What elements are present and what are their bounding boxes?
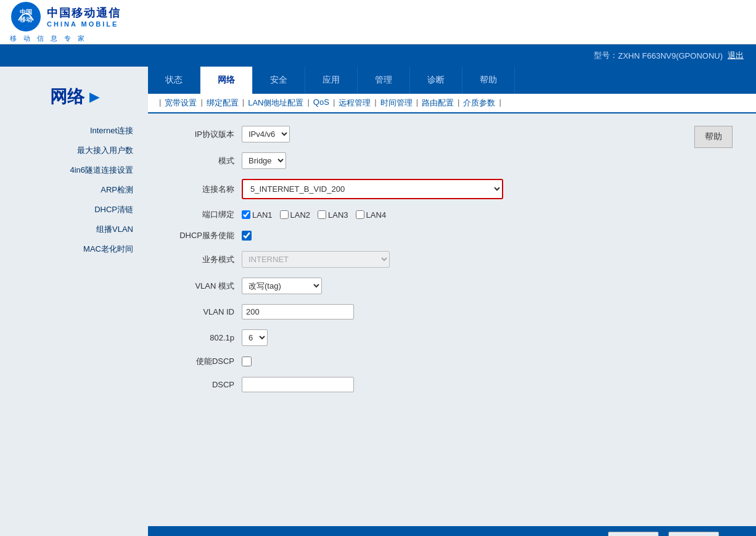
model-value: ZXHN F663NV9(GPONONU) — [618, 51, 723, 60]
connection-name-row: 连接名称 5_INTERNET_B_VID_200 — [160, 179, 684, 199]
logo-cn-text: 中国移动通信 — [47, 6, 121, 20]
sub-nav: | 宽带设置 | 绑定配置 | LAN侧地址配置 | QoS | 远程管理 | … — [148, 94, 756, 113]
service-mode-control: INTERNET — [242, 251, 390, 268]
logo-area: 中国 移动 中国移动通信 CHINA MOBILE 移 动 信 息 专 家 — [10, 1, 121, 43]
top-nav-bar: 型号： ZXHN F663NV9(GPONONU) 退出 — [0, 44, 756, 67]
dscp-input[interactable] — [242, 377, 354, 392]
vlan-id-input[interactable] — [242, 304, 354, 320]
connection-select-wrapper: 5_INTERNET_B_VID_200 — [242, 179, 503, 199]
form-area: IP协议版本 IPv4/v6 IPv4 IPv6 模式 Bridge — [148, 113, 756, 526]
sidebar-item-4in6[interactable]: 4in6隧道连接设置 — [0, 160, 148, 180]
logo-text-area: 中国移动通信 CHINA MOBILE — [47, 6, 121, 28]
ip-protocol-select[interactable]: IPv4/v6 IPv4 IPv6 — [242, 126, 290, 142]
modify-button[interactable]: 修 改 — [608, 532, 659, 536]
service-mode-label: 业务模式 — [160, 254, 234, 265]
mode-control: Bridge Route — [242, 152, 286, 169]
sidebar-item-vlan[interactable]: 组播VLAN — [0, 220, 148, 239]
port-lan2: LAN2 — [280, 210, 311, 220]
port-lan1-checkbox[interactable] — [242, 210, 250, 219]
sub-nav-lan-addr[interactable]: LAN侧地址配置 — [245, 97, 306, 109]
port-lan4: LAN4 — [356, 210, 387, 220]
connection-name-select[interactable]: 5_INTERNET_B_VID_200 — [243, 180, 502, 198]
mode-select[interactable]: Bridge Route — [242, 152, 286, 169]
port-lan3-label: LAN3 — [328, 210, 348, 220]
enable-dscp-checkbox[interactable] — [242, 357, 252, 366]
sidebar-arrow-icon: ▶ — [89, 89, 99, 104]
sub-nav-time-mgmt[interactable]: 时间管理 — [378, 97, 415, 109]
logo-top: 中国 移动 中国移动通信 CHINA MOBILE — [10, 1, 121, 33]
vlan-id-control — [242, 304, 354, 320]
sidebar-item-arp[interactable]: ARP检测 — [0, 180, 148, 200]
sidebar: 网络 ▶ Internet连接 最大接入用户数 4in6隧道连接设置 ARP检测… — [0, 67, 148, 536]
header: 中国 移动 中国移动通信 CHINA MOBILE 移 动 信 息 专 家 — [0, 0, 756, 44]
svg-text:中国: 中国 — [20, 9, 32, 15]
tab-management[interactable]: 管理 — [358, 67, 410, 94]
vlan-id-label: VLAN ID — [160, 307, 234, 316]
ip-protocol-label: IP协议版本 — [160, 129, 234, 140]
tab-status[interactable]: 状态 — [148, 67, 200, 94]
sidebar-item-internet[interactable]: Internet连接 — [0, 121, 148, 141]
logo-en-text: CHINA MOBILE — [47, 20, 121, 28]
vlan-mode-select[interactable]: 改写(tag) 透传 不处理 — [242, 278, 322, 294]
form-panel: IP协议版本 IPv4/v6 IPv4 IPv6 模式 Bridge — [160, 126, 684, 514]
sub-nav-media[interactable]: 介质参数 — [461, 97, 498, 109]
port-lan4-checkbox[interactable] — [356, 210, 364, 219]
vlan-mode-row: VLAN 模式 改写(tag) 透传 不处理 — [160, 278, 684, 294]
dhcp-enable-row: DHCP服务使能 — [160, 230, 684, 241]
tab-network[interactable]: 网络 — [200, 67, 253, 94]
port-binding-label: 端口绑定 — [160, 209, 234, 220]
enable-dscp-row: 使能DSCP — [160, 356, 684, 367]
sidebar-item-maxusers[interactable]: 最大接入用户数 — [0, 141, 148, 160]
enable-dscp-label: 使能DSCP — [160, 356, 234, 367]
ip-protocol-row: IP协议版本 IPv4/v6 IPv4 IPv6 — [160, 126, 684, 142]
tab-security[interactable]: 安全 — [253, 67, 305, 94]
port-lan3-checkbox[interactable] — [318, 210, 326, 219]
model-label: 型号： — [594, 50, 618, 61]
sub-nav-binding[interactable]: 绑定配置 — [204, 97, 241, 109]
port-binding-row: 端口绑定 LAN1 LAN2 LAN3 — [160, 209, 684, 220]
china-mobile-logo-icon: 中国 移动 — [10, 1, 42, 33]
dhcp-enable-checkbox[interactable] — [242, 231, 252, 241]
port-lan1-label: LAN1 — [252, 210, 273, 220]
dscp-label: DSCP — [160, 380, 234, 389]
sub-nav-sep-start: | — [158, 97, 162, 109]
logout-link[interactable]: 退出 — [728, 50, 744, 61]
dscp-control — [242, 377, 354, 392]
connection-name-control: 5_INTERNET_B_VID_200 — [242, 179, 503, 199]
port-lan2-label: LAN2 — [290, 210, 311, 220]
vlan-mode-label: VLAN 模式 — [160, 281, 234, 292]
port-binding-control: LAN1 LAN2 LAN3 LAN4 — [242, 210, 386, 220]
port-lan3: LAN3 — [318, 210, 348, 220]
sub-nav-route[interactable]: 路由配置 — [419, 97, 456, 109]
service-mode-select[interactable]: INTERNET — [242, 251, 390, 268]
sidebar-item-dhcp[interactable]: DHCP清链 — [0, 200, 148, 220]
help-panel: 帮助 — [694, 126, 744, 514]
tab-help[interactable]: 帮助 — [462, 67, 515, 94]
dot1p-control: 6 0 1 2 3 4 5 7 — [242, 329, 268, 346]
logo-slogan: 移 动 信 息 专 家 — [10, 34, 87, 43]
sub-nav-broadband[interactable]: 宽带设置 — [162, 97, 199, 109]
vlan-mode-control: 改写(tag) 透传 不处理 — [242, 278, 322, 294]
vlan-id-row: VLAN ID — [160, 304, 684, 320]
sidebar-item-mac[interactable]: MAC老化时间 — [0, 239, 148, 259]
connection-name-label: 连接名称 — [160, 184, 234, 195]
dot1p-row: 802.1p 6 0 1 2 3 4 5 7 — [160, 329, 684, 346]
dhcp-enable-label: DHCP服务使能 — [160, 230, 234, 241]
sub-nav-remote-mgmt[interactable]: 远程管理 — [336, 97, 373, 109]
ip-protocol-control: IPv4/v6 IPv4 IPv6 — [242, 126, 290, 142]
help-button[interactable]: 帮助 — [694, 126, 733, 148]
dot1p-select[interactable]: 6 0 1 2 3 4 5 7 — [242, 329, 268, 346]
main-layout: 网络 ▶ Internet连接 最大接入用户数 4in6隧道连接设置 ARP检测… — [0, 67, 756, 536]
sidebar-title-text: 网络 — [50, 85, 84, 109]
dscp-row: DSCP — [160, 377, 684, 392]
sub-nav-qos[interactable]: QoS — [311, 97, 332, 109]
tab-diagnostics[interactable]: 诊断 — [410, 67, 462, 94]
dhcp-enable-control — [242, 231, 252, 241]
nav-tabs: 状态 网络 安全 应用 管理 诊断 帮助 — [148, 67, 756, 94]
port-lan4-label: LAN4 — [366, 210, 387, 220]
port-lan2-checkbox[interactable] — [280, 210, 289, 219]
dot1p-label: 802.1p — [160, 333, 234, 342]
mode-label: 模式 — [160, 155, 234, 167]
delete-button[interactable]: 删 除 — [668, 532, 719, 536]
tab-application[interactable]: 应用 — [305, 67, 358, 94]
